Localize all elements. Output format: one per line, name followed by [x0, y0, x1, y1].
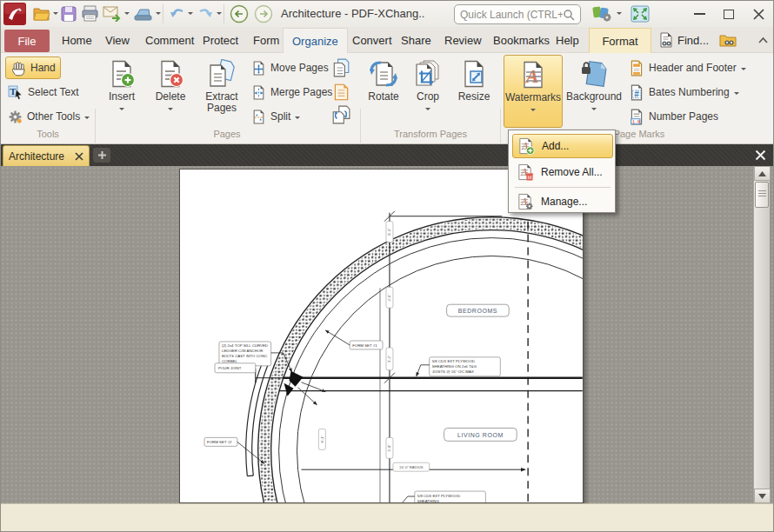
other-tools-button[interactable]: Other Tools	[5, 105, 99, 128]
document-tab-bar: Architecture	[1, 144, 773, 166]
svg-text:SHEATHING ON 2x6 T&G: SHEATHING ON 2x6 T&G	[432, 364, 477, 369]
resize-pages-button[interactable]: Resize	[453, 55, 495, 128]
find-document-icon[interactable]	[658, 32, 674, 48]
svg-text:LIVING ROOM: LIVING ROOM	[457, 432, 504, 438]
document-viewport[interactable]: 16'-0" RADIUS (2) 2x4 TOP SILL CURVED LE…	[1, 166, 773, 503]
bates-numbering-label: Bates Numbering	[649, 86, 730, 98]
document-tab-architecture[interactable]: Architecture	[3, 145, 90, 166]
redo-icon[interactable]	[197, 6, 214, 21]
tab-share[interactable]: Share	[392, 28, 440, 53]
split-button[interactable]: Split	[251, 107, 300, 126]
pdf-xchange-window: Architecture - PDF-XChang.. Quick Launch…	[0, 0, 774, 532]
hand-tool-button[interactable]: Hand	[5, 57, 61, 79]
move-pages-icon	[251, 61, 266, 76]
extract-pages-icon	[207, 59, 237, 89]
svg-text:9'-0": 9'-0"	[387, 444, 391, 452]
scanner-dropdown[interactable]	[156, 12, 161, 17]
watermarks-menu-remove-all-label: Remove All...	[541, 166, 603, 178]
undo-icon[interactable]	[169, 6, 185, 21]
undo-dropdown[interactable]	[188, 12, 193, 17]
svg-text:16'-0" RADIUS: 16'-0" RADIUS	[399, 465, 424, 469]
scroll-down-button[interactable]	[754, 489, 771, 503]
pdf-page[interactable]: 16'-0" RADIUS (2) 2x4 TOP SILL CURVED LE…	[179, 169, 584, 503]
scanner-icon[interactable]	[133, 6, 153, 22]
session-settings-icon[interactable]	[592, 5, 613, 23]
close-document-button[interactable]	[749, 146, 771, 164]
insert-pages-button[interactable]: Insert	[98, 55, 145, 128]
watermarks-menu-manage[interactable]: A Manage...	[512, 190, 613, 214]
merge-pages-label: Merge Pages	[270, 86, 332, 98]
watermarks-label: Watermarks	[505, 92, 561, 103]
close-document-icon	[755, 150, 766, 161]
close-button[interactable]	[745, 4, 771, 23]
svg-text:CORBEL: CORBEL	[222, 359, 238, 363]
select-text-button[interactable]: T Select Text	[5, 81, 96, 103]
open-file-icon[interactable]	[32, 5, 50, 23]
vertical-scrollbar[interactable]	[753, 166, 770, 503]
maximize-button[interactable]	[717, 4, 740, 23]
header-footer-button[interactable]: Header and Footer	[629, 58, 746, 77]
collapse-ribbon-icon[interactable]	[757, 36, 769, 44]
tab-file[interactable]: File	[4, 30, 50, 52]
tab-comment[interactable]: Comment	[137, 28, 203, 53]
crop-pages-button[interactable]: Crop	[408, 55, 448, 128]
tab-view[interactable]: View	[97, 28, 138, 53]
background-button[interactable]: Background	[564, 55, 624, 128]
gear-icon	[8, 110, 23, 124]
watermarks-menu-add[interactable]: A Add...	[512, 134, 613, 158]
tab-home[interactable]: Home	[53, 28, 101, 53]
watermarks-button[interactable]: A Watermarks	[504, 55, 563, 128]
menu-separator	[515, 187, 611, 188]
svg-text:5/8 CDX EXT PLYWOOD: 5/8 CDX EXT PLYWOOD	[432, 359, 475, 363]
forward-icon[interactable]	[254, 4, 273, 23]
scroll-up-button[interactable]	[754, 166, 771, 181]
delete-page-icon	[157, 59, 184, 89]
back-icon[interactable]	[230, 4, 249, 23]
document-tab-label: Architecture	[9, 150, 75, 163]
svg-text:5/8 CDX EXT PLYWOOD: 5/8 CDX EXT PLYWOOD	[417, 494, 460, 498]
architectural-drawing: 16'-0" RADIUS (2) 2x4 TOP SILL CURVED LE…	[180, 170, 583, 502]
find-in-files-icon[interactable]	[719, 33, 737, 48]
move-pages-button[interactable]: Move Pages	[251, 58, 329, 77]
save-icon[interactable]	[60, 5, 77, 23]
extract-label-1: Extract	[205, 90, 237, 103]
scrollbar-thumb[interactable]	[755, 182, 769, 208]
svg-text:LEDGER C/W ANCHOR: LEDGER C/W ANCHOR	[222, 349, 263, 353]
tab-protect[interactable]: Protect	[194, 28, 247, 53]
number-pages-button[interactable]: 1.N Number Pages	[629, 107, 718, 126]
quick-launch-input[interactable]: Quick Launch (CTRL+.)	[454, 4, 581, 24]
email-icon[interactable]	[103, 5, 122, 22]
session-dropdown[interactable]	[617, 12, 622, 17]
tab-format[interactable]: Format	[589, 28, 651, 53]
delete-pages-button[interactable]: Delete	[147, 55, 194, 128]
new-tab-button[interactable]	[93, 148, 110, 163]
tab-form[interactable]: Form	[244, 28, 288, 53]
redo-dropdown[interactable]	[217, 12, 222, 17]
tab-organize[interactable]: Organize	[283, 28, 348, 53]
tab-help[interactable]: Help	[547, 28, 588, 53]
svg-text:3'-2": 3'-2"	[387, 355, 391, 362]
rotate-label: Rotate	[368, 91, 398, 103]
insert-label: Insert	[109, 91, 135, 103]
replace-pages-icon[interactable]	[331, 83, 350, 102]
svg-text:BEDROOMS: BEDROOMS	[458, 308, 497, 314]
merge-pages-button[interactable]: Merge Pages	[251, 83, 332, 102]
watermarks-menu-remove-all[interactable]: A Remove All...	[512, 160, 613, 184]
bates-numbering-button[interactable]: # Bates Numbering	[629, 83, 739, 102]
tab-review[interactable]: Review	[436, 28, 490, 53]
window-title: Architecture - PDF-XChang..	[281, 7, 424, 20]
find-label[interactable]: Find...	[677, 34, 709, 47]
split-dropdown	[295, 116, 300, 122]
extract-pages-button[interactable]: ExtractPages	[197, 55, 246, 128]
resize-icon	[460, 59, 488, 89]
rotate-pages-button[interactable]: Rotate	[363, 55, 404, 128]
quick-launch-placeholder: Quick Launch (CTRL+.)	[460, 9, 563, 21]
email-dropdown[interactable]	[124, 12, 130, 17]
fullscreen-icon[interactable]	[631, 5, 650, 23]
open-file-dropdown[interactable]	[53, 12, 58, 17]
tab-close-icon[interactable]	[75, 152, 83, 161]
minimize-button[interactable]	[688, 4, 711, 23]
duplicate-pages-icon[interactable]	[331, 58, 350, 77]
print-icon[interactable]	[81, 4, 99, 23]
exchange-pages-icon[interactable]	[331, 105, 350, 124]
